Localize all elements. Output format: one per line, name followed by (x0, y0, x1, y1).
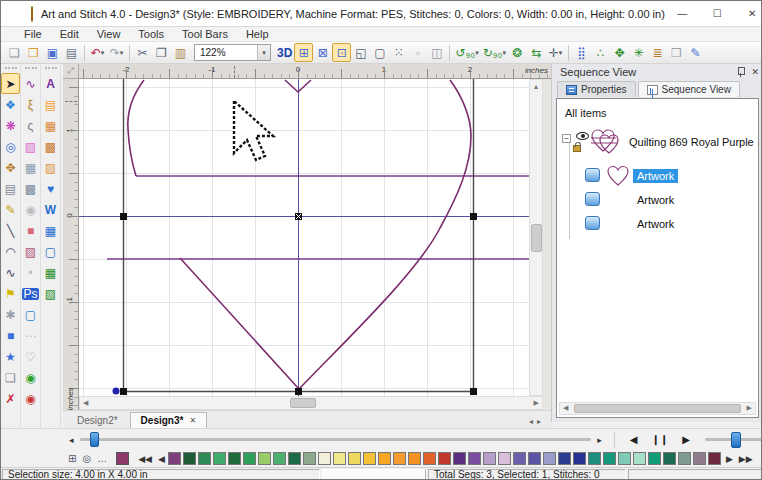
pencil-tool[interactable]: ✎ (1, 199, 20, 220)
color-swatch[interactable] (438, 452, 451, 465)
star-tool[interactable]: ★ (1, 346, 20, 367)
tab-design2[interactable]: Design2* (67, 413, 128, 428)
tab-properties[interactable]: Properties (557, 81, 636, 97)
tab-sequence-view[interactable]: Sequence View (638, 81, 740, 97)
item-color-box[interactable] (585, 168, 600, 182)
color-swatch[interactable] (393, 452, 406, 465)
maximize-button[interactable]: ☐ (700, 1, 735, 26)
slider-left-icon[interactable]: ◂ (65, 435, 78, 445)
cut-button[interactable]: ✂ (133, 43, 152, 62)
tab-close-icon[interactable]: ✕ (189, 416, 196, 425)
design-canvas[interactable] (79, 79, 529, 396)
monogram-tool[interactable]: W (41, 199, 60, 220)
item-color-box[interactable] (585, 216, 600, 230)
zoom-level-combo[interactable]: 122% ▾ (194, 44, 271, 61)
current-color-swatch[interactable] (116, 452, 129, 465)
dropdown-caret-icon[interactable]: ▾ (101, 49, 105, 56)
rectangle-tool[interactable]: ■ (1, 325, 20, 346)
handle-mid-left[interactable] (120, 213, 127, 220)
record-start-tool[interactable]: ◉ (21, 367, 40, 388)
panel-scrollbar[interactable]: ◀ ▶ (559, 402, 756, 415)
color-swatch[interactable] (648, 452, 661, 465)
sequence-item[interactable]: Artwork (557, 213, 758, 237)
handle-mid-right[interactable] (470, 213, 477, 220)
tree-root-row[interactable]: − Quilting 869 Royal Purple (557, 125, 758, 165)
pan-tool[interactable]: ✥ (1, 157, 20, 178)
nudge-button[interactable]: ✥ (610, 43, 629, 62)
disabled-dot-tool[interactable]: • (21, 262, 40, 283)
redo-button[interactable]: ↷▾ (107, 43, 126, 62)
root-label[interactable]: Quilting 869 Royal Purple (629, 136, 754, 148)
hoop-toggle-button[interactable]: ⊠ (313, 43, 332, 62)
horizontal-scrollbar[interactable]: ◀ ▶ (79, 396, 543, 410)
3d-view-button[interactable]: 3D (275, 43, 294, 62)
scroll-right-icon[interactable]: ▶ (747, 404, 752, 412)
color-swatch[interactable] (168, 452, 181, 465)
menu-item[interactable]: Help (237, 28, 278, 40)
node-edit-tool[interactable]: ✱ (1, 304, 20, 325)
color-swatch[interactable] (348, 452, 361, 465)
disabled-button[interactable]: ▫ (408, 43, 427, 62)
artwork-select-tool[interactable]: ❖ (1, 94, 20, 115)
start-point-marker[interactable] (113, 388, 120, 395)
green-map-tool[interactable]: ▧ (41, 283, 60, 304)
color-swatch[interactable] (213, 452, 226, 465)
monitor-button[interactable]: ◱ (351, 43, 370, 62)
tab-design3[interactable]: Design3* ✕ (130, 412, 208, 428)
red-fill-tool[interactable]: ■ (21, 220, 40, 241)
color-swatch[interactable] (318, 452, 331, 465)
menu-item[interactable]: Edit (51, 28, 88, 40)
palette-fwd-fast-icon[interactable]: ▶▶ (736, 454, 756, 464)
coil-stitch-tool[interactable]: ξ (21, 94, 40, 115)
paste-button[interactable]: ▥ (171, 43, 190, 62)
lattice-blue-tool[interactable]: ▦ (41, 220, 60, 241)
grid-points-button[interactable]: ⣿ (572, 43, 591, 62)
tab-nav-arrows[interactable]: ◂▸ (529, 417, 551, 428)
color-swatch[interactable] (288, 452, 301, 465)
print-button[interactable]: ▤ (62, 43, 81, 62)
heart-outline-tool[interactable]: ♡ (21, 346, 40, 367)
arc-tool[interactable]: ◠ (1, 241, 20, 262)
zoom-tool[interactable]: ◎ (1, 136, 20, 157)
palette-back-fast-icon[interactable]: ◀◀ (135, 454, 155, 464)
lattice-fill-tool[interactable]: ▦ (21, 157, 40, 178)
stitch-points-button[interactable]: ⁙ (389, 43, 408, 62)
menu-item[interactable]: Tool Bars (173, 28, 237, 40)
line-tool[interactable]: ╲ (1, 220, 20, 241)
palette-back-icon[interactable]: ◀ (155, 454, 168, 464)
curve-tool[interactable]: ∿ (1, 262, 20, 283)
visibility-icon[interactable] (576, 132, 589, 140)
scroll-right-icon[interactable]: ▶ (534, 397, 539, 409)
lock-icon[interactable] (573, 145, 581, 152)
color-swatch[interactable] (453, 452, 466, 465)
tile-pattern-tool-1[interactable]: ▦ (41, 115, 60, 136)
color-swatch[interactable] (528, 452, 541, 465)
motif-stitch-tool[interactable]: ς (21, 115, 40, 136)
color-swatch[interactable] (633, 452, 646, 465)
palette-search-icon[interactable]: ◎ (79, 453, 94, 464)
dropdown-caret-icon[interactable]: ▾ (559, 49, 563, 56)
disabled-dots-tool[interactable]: ⋯ (21, 325, 40, 346)
scrollbar-thumb[interactable] (290, 398, 316, 408)
color-swatch[interactable] (258, 452, 271, 465)
gradient-fill-tool[interactable]: ▤ (41, 94, 60, 115)
color-swatch[interactable] (423, 452, 436, 465)
color-swatch[interactable] (483, 452, 496, 465)
rounded-rect-tool[interactable]: ▢ (21, 304, 40, 325)
sequence-item[interactable]: Artwork (557, 165, 758, 189)
dropdown-caret-icon[interactable]: ▾ (120, 49, 124, 56)
backdrop-tool[interactable]: ❏ (1, 367, 20, 388)
palette-grid-icon[interactable]: ⊞ (65, 453, 79, 464)
color-swatch[interactable] (603, 452, 616, 465)
rotate-right-90-button[interactable]: ↻₉₀▾ (481, 43, 508, 62)
color-swatch[interactable] (363, 452, 376, 465)
burst-button[interactable]: ✳ (629, 43, 648, 62)
lettering-tool[interactable]: A (41, 73, 60, 94)
slider-thumb[interactable] (731, 432, 741, 448)
combo-dropdown-icon[interactable]: ▾ (257, 45, 270, 60)
color-swatch[interactable] (498, 452, 511, 465)
dropdown-caret-icon[interactable]: ▾ (502, 49, 506, 56)
duplicate-button[interactable]: ❒ (667, 43, 686, 62)
fill-pink-tool[interactable]: ▨ (21, 136, 40, 157)
tile-pattern-tool-3[interactable]: ▨ (41, 157, 60, 178)
